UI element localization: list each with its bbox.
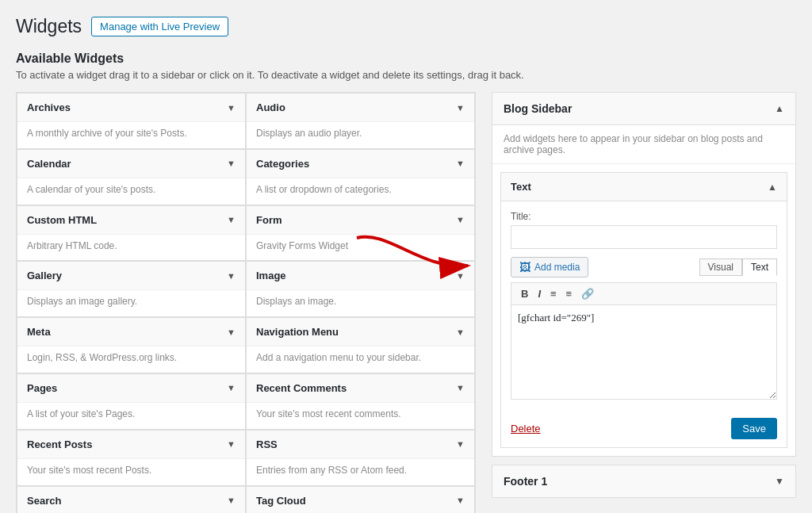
widget-arrow-icon: ▼ <box>227 383 236 392</box>
widget-item-header: Audio ▼ <box>247 94 474 122</box>
widget-item[interactable]: Gallery ▼ Displays an image gallery. <box>17 261 246 317</box>
text-tab[interactable]: Text <box>742 258 777 276</box>
bold-button[interactable]: B <box>518 286 531 301</box>
widget-item-name: Navigation Menu <box>256 326 339 338</box>
widget-item[interactable]: Search ▼ <box>17 486 246 513</box>
add-media-button[interactable]: 🖼 Add media <box>511 257 588 278</box>
widgets-grid: Archives ▼ A monthly archive of your sit… <box>16 92 476 513</box>
widget-item[interactable]: Form ▼ Gravity Forms Widget <box>246 205 475 262</box>
blog-sidebar-header: Blog Sidebar ▲ <box>492 93 795 125</box>
widget-item-name: Audio <box>256 101 285 113</box>
text-widget-collapse-icon[interactable]: ▲ <box>768 182 777 193</box>
widget-item[interactable]: Audio ▼ Displays an audio player. <box>246 93 475 149</box>
widget-item[interactable]: Archives ▼ A monthly archive of your sit… <box>17 93 246 149</box>
widget-item[interactable]: Meta ▼ Login, RSS, & WordPress.org links… <box>17 317 246 373</box>
widget-item-desc: Displays an audio player. <box>247 122 474 148</box>
widget-item-header: RSS ▼ <box>247 431 474 459</box>
blog-sidebar-title: Blog Sidebar <box>504 102 572 115</box>
editor-area[interactable]: [gfchart id="269"] <box>511 304 777 400</box>
widget-item[interactable]: Calendar ▼ A calendar of your site's pos… <box>17 149 246 205</box>
widget-item-desc: Your site's most recent Posts. <box>17 459 245 485</box>
widget-item-name: Categories <box>256 158 309 170</box>
widget-item-name: Gallery <box>27 270 62 281</box>
widget-item-header: Categories ▼ <box>247 150 474 178</box>
footer1-panel: Footer 1 ▼ <box>492 465 796 498</box>
widget-arrow-icon: ▼ <box>227 496 236 505</box>
blog-sidebar-panel: Blog Sidebar ▲ Add widgets here to appea… <box>492 92 796 457</box>
widget-item-name: Recent Comments <box>256 382 347 394</box>
footer1-header[interactable]: Footer 1 ▼ <box>492 465 795 497</box>
text-widget-panel: Text ▲ Title: 🖼 Add media Visual <box>500 172 787 448</box>
visual-tab[interactable]: Visual <box>699 258 742 276</box>
add-media-icon: 🖼 <box>519 261 530 274</box>
widget-item-header: Navigation Menu ▼ <box>247 318 474 346</box>
title-label: Title: <box>511 211 777 222</box>
widget-item-header: Recent Posts ▼ <box>17 431 245 459</box>
widget-item-name: Image <box>256 270 286 281</box>
widget-item[interactable]: Pages ▼ A list of your site's Pages. <box>17 373 246 430</box>
widget-item-name: Archives <box>27 101 71 113</box>
widget-arrow-icon: ▼ <box>456 103 465 113</box>
widget-item-desc: A calendar of your site's posts. <box>17 178 245 205</box>
widget-item[interactable]: Recent Posts ▼ Your site's most recent P… <box>17 430 246 486</box>
widget-item[interactable]: Categories ▼ A list or dropdown of categ… <box>246 149 475 205</box>
delete-link[interactable]: Delete <box>511 423 541 435</box>
widget-arrow-icon: ▼ <box>227 271 236 281</box>
widget-item-name: RSS <box>256 438 278 450</box>
widget-item-desc: Your site's most recent comments. <box>247 403 474 429</box>
widget-item[interactable]: Image ▼ Displays an image. <box>246 261 475 317</box>
text-widget-title: Text <box>511 181 531 193</box>
editor-toolbar-row: 🖼 Add media Visual Text <box>511 257 777 278</box>
widget-item-header: Custom HTML ▼ <box>17 206 245 235</box>
blog-sidebar-desc: Add widgets here to appear in your sideb… <box>492 125 795 164</box>
widget-item-name: Tag Cloud <box>256 495 306 507</box>
widget-arrow-icon: ▼ <box>227 215 236 224</box>
widget-item-name: Recent Posts <box>27 438 92 450</box>
ul-button[interactable]: ≡ <box>547 286 560 301</box>
widget-item-desc: Entries from any RSS or Atom feed. <box>247 459 474 485</box>
widget-item-name: Pages <box>27 382 57 394</box>
ol-button[interactable]: ≡ <box>563 286 576 301</box>
widget-item-desc: Login, RSS, & WordPress.org links. <box>17 346 245 373</box>
widget-item[interactable]: Navigation Menu ▼ Add a navigation menu … <box>246 317 475 373</box>
widget-item-header: Recent Comments ▼ <box>247 374 474 403</box>
widget-arrow-icon: ▼ <box>227 103 236 113</box>
widget-item-header: Pages ▼ <box>17 374 245 403</box>
link-button[interactable]: 🔗 <box>578 286 597 301</box>
available-widgets-title: Available Widgets <box>16 52 796 66</box>
widget-item-header: Calendar ▼ <box>17 150 245 178</box>
widget-item-desc: Displays an image. <box>247 290 474 316</box>
manage-preview-button[interactable]: Manage with Live Preview <box>91 17 228 36</box>
widget-arrow-icon: ▼ <box>227 327 236 337</box>
visual-text-tabs: Visual Text <box>699 258 777 276</box>
title-input[interactable] <box>511 225 777 249</box>
footer1-title: Footer 1 <box>504 475 547 488</box>
widget-item[interactable]: Tag Cloud ▼ <box>246 486 475 513</box>
format-bar: B I ≡ ≡ 🔗 <box>511 282 777 304</box>
widget-item-desc: Gravity Forms Widget <box>247 235 474 261</box>
widget-arrow-icon: ▼ <box>456 439 465 449</box>
widget-arrow-icon: ▼ <box>227 439 236 449</box>
text-widget-body: Title: 🖼 Add media Visual Text <box>501 201 787 412</box>
widget-item-name: Search <box>27 495 61 507</box>
page-title: Widgets <box>16 16 82 37</box>
widget-item-name: Form <box>256 214 282 226</box>
text-widget-header[interactable]: Text ▲ <box>501 173 787 201</box>
widget-arrow-icon: ▼ <box>456 496 465 505</box>
italic-button[interactable]: I <box>534 286 544 301</box>
blog-sidebar-collapse-icon[interactable]: ▲ <box>775 103 784 114</box>
available-widgets-desc: To activate a widget drag it to a sideba… <box>16 69 796 81</box>
save-button[interactable]: Save <box>731 418 777 439</box>
footer1-collapse-icon[interactable]: ▼ <box>775 476 784 487</box>
widget-item[interactable]: RSS ▼ Entries from any RSS or Atom feed. <box>246 430 475 486</box>
widget-arrow-icon: ▼ <box>227 159 236 168</box>
widget-arrow-icon: ▼ <box>456 215 465 224</box>
widget-item-desc: Add a navigation menu to your sidebar. <box>247 346 474 373</box>
widget-item[interactable]: Custom HTML ▼ Arbitrary HTML code. <box>17 205 246 262</box>
widget-item-header: Image ▼ <box>247 262 474 290</box>
widget-item-header: Search ▼ <box>17 487 245 513</box>
widget-footer: Delete Save <box>501 412 787 447</box>
widget-item-name: Meta <box>27 326 51 338</box>
widget-item-header: Form ▼ <box>247 206 474 235</box>
widget-item[interactable]: Recent Comments ▼ Your site's most recen… <box>246 373 475 430</box>
